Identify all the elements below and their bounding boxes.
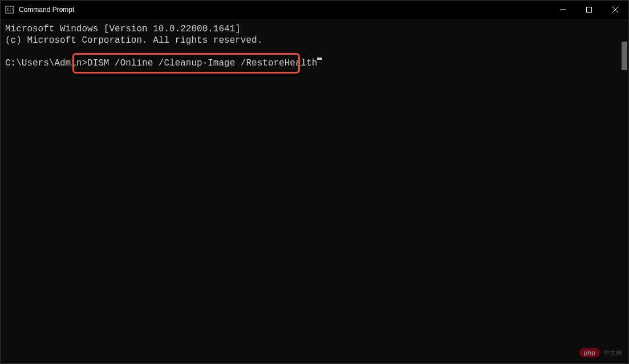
command-prompt-window: C:\ Command Prompt Microsoft Windows [Ve… (0, 0, 629, 364)
terminal-cursor (317, 58, 322, 60)
terminal-output-line: (c) Microsoft Corporation. All rights re… (5, 35, 624, 46)
titlebar-left: C:\ Command Prompt (5, 5, 74, 14)
terminal-prompt-line: C:\Users\Admin>DISM /Online /Cleanup-Ima… (5, 58, 624, 69)
terminal-command-input[interactable]: DISM /Online /Cleanup-Image /RestoreHeal… (87, 58, 317, 69)
terminal-blank-line (5, 46, 624, 58)
terminal-prompt: C:\Users\Admin> (5, 58, 87, 69)
minimize-button[interactable] (550, 1, 576, 19)
watermark: php 中文网 (579, 348, 622, 357)
scrollbar[interactable] (622, 42, 627, 70)
svg-text:C:\: C:\ (7, 7, 14, 12)
cmd-icon: C:\ (5, 5, 14, 14)
window-title: Command Prompt (19, 6, 74, 14)
watermark-text: 中文网 (603, 349, 622, 357)
titlebar[interactable]: C:\ Command Prompt (1, 1, 628, 19)
maximize-button[interactable] (576, 1, 602, 19)
close-button[interactable] (602, 1, 628, 19)
window-controls (550, 1, 628, 19)
watermark-badge: php (579, 348, 600, 357)
svg-rect-3 (587, 7, 592, 13)
terminal-output-line: Microsoft Windows [Version 10.0.22000.16… (5, 23, 624, 35)
terminal-body[interactable]: Microsoft Windows [Version 10.0.22000.16… (1, 19, 628, 363)
